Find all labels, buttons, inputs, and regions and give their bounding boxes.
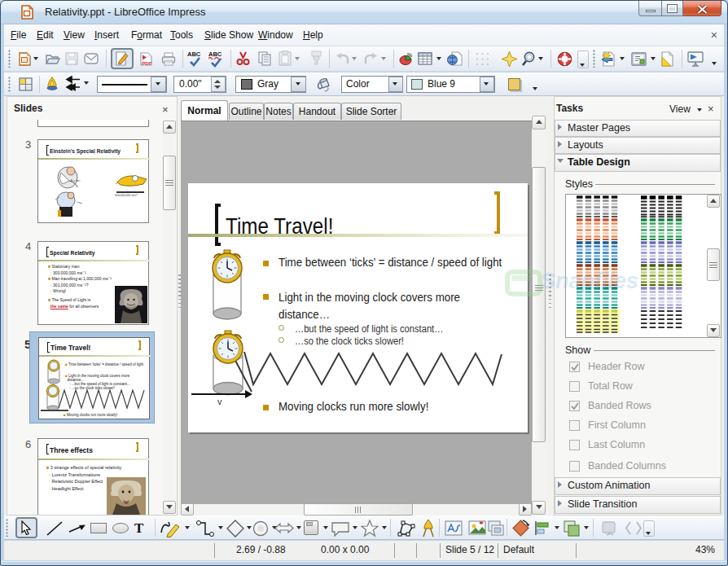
svg-text:PDF: PDF (142, 60, 152, 66)
svg-text:%: % (407, 52, 413, 58)
